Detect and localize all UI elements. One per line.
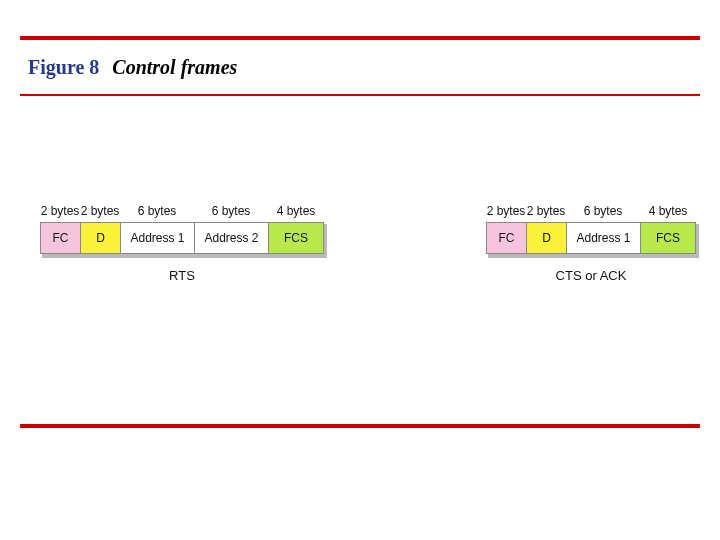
field-fc: FC xyxy=(40,222,80,254)
rts-size-row: 2 bytes 2 bytes 6 bytes 6 bytes 4 bytes xyxy=(40,204,324,222)
size-label: 6 bytes xyxy=(194,204,268,218)
size-label: 4 bytes xyxy=(268,204,324,218)
frame-caption-rts: RTS xyxy=(40,268,324,283)
cts-size-row: 2 bytes 2 bytes 6 bytes 4 bytes xyxy=(486,204,696,222)
divider-top-thin xyxy=(20,94,700,96)
figure-caption: Control frames xyxy=(112,56,237,78)
frame-rts: 2 bytes 2 bytes 6 bytes 6 bytes 4 bytes … xyxy=(40,204,324,283)
size-label: 2 bytes xyxy=(40,204,80,218)
frames-diagram: 2 bytes 2 bytes 6 bytes 6 bytes 4 bytes … xyxy=(40,204,696,283)
field-d: D xyxy=(526,222,566,254)
figure-number: Figure 8 xyxy=(28,56,99,78)
field-address-2: Address 2 xyxy=(194,222,268,254)
size-label: 2 bytes xyxy=(80,204,120,218)
size-label: 6 bytes xyxy=(120,204,194,218)
field-address-1: Address 1 xyxy=(566,222,640,254)
rts-fields: FC D Address 1 Address 2 FCS xyxy=(40,222,324,254)
size-label: 2 bytes xyxy=(526,204,566,218)
cts-fields: FC D Address 1 FCS xyxy=(486,222,696,254)
size-label: 2 bytes xyxy=(486,204,526,218)
field-fc: FC xyxy=(486,222,526,254)
size-label: 4 bytes xyxy=(640,204,696,218)
field-address-1: Address 1 xyxy=(120,222,194,254)
field-fcs: FCS xyxy=(268,222,324,254)
divider-top-thick xyxy=(20,36,700,40)
divider-bottom-thick xyxy=(20,424,700,428)
field-d: D xyxy=(80,222,120,254)
size-label: 6 bytes xyxy=(566,204,640,218)
frame-caption-cts-ack: CTS or ACK xyxy=(486,268,696,283)
frame-cts-ack: 2 bytes 2 bytes 6 bytes 4 bytes FC D Add… xyxy=(486,204,696,283)
figure-title: Figure 8 Control frames xyxy=(28,56,237,79)
field-fcs: FCS xyxy=(640,222,696,254)
